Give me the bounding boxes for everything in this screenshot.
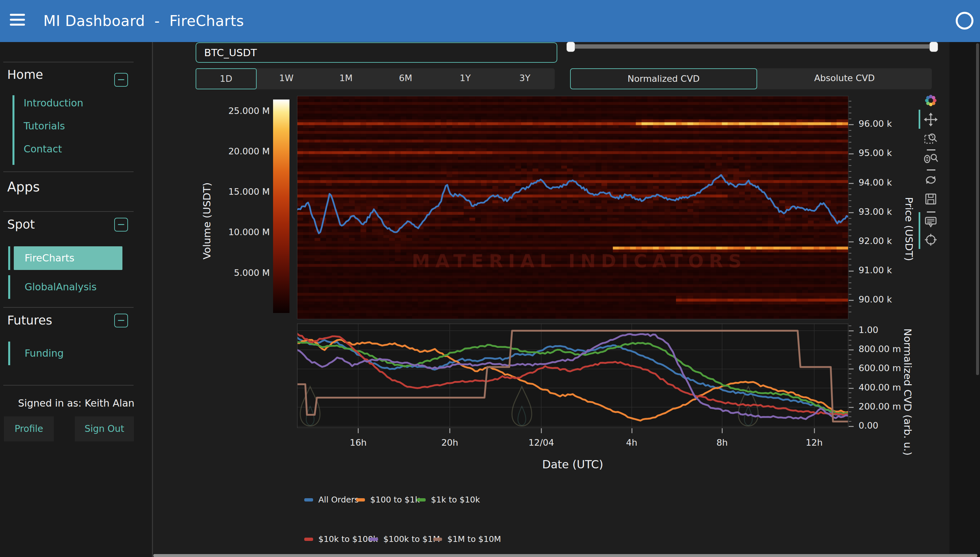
sidebar-item-introduction[interactable]: Introduction bbox=[24, 97, 83, 109]
slider-handle-left[interactable] bbox=[566, 42, 575, 52]
colorbar-tick-label: 15.000 M bbox=[198, 187, 270, 197]
cvd-minor-tick bbox=[849, 397, 851, 398]
cvd-mode-absolute[interactable]: Absolute CVD bbox=[757, 68, 932, 90]
price-minor-tick bbox=[849, 159, 851, 160]
price-minor-tick bbox=[849, 253, 851, 254]
legend-item[interactable]: All Orders bbox=[304, 495, 359, 505]
pan-icon[interactable] bbox=[923, 112, 938, 127]
cvd-tick bbox=[849, 407, 853, 408]
sidebar: Home−AppsSpot−Futures−IntroductionTutori… bbox=[0, 42, 152, 557]
collapse-section-button[interactable]: − bbox=[114, 218, 128, 231]
price-minor-tick bbox=[849, 171, 851, 172]
legend-label: $1k to $10k bbox=[431, 495, 480, 505]
legend-item[interactable]: $100k to $1M bbox=[369, 534, 440, 544]
price-tick-label: 92.00 k bbox=[858, 236, 892, 246]
price-tick bbox=[849, 300, 853, 301]
modebar-group-divider bbox=[927, 169, 935, 171]
price-tick bbox=[849, 241, 853, 243]
cvd-tick-label: 1.00 bbox=[858, 325, 878, 335]
price-minor-tick bbox=[849, 165, 851, 166]
signed-in-text: Signed in as: Keith Alan bbox=[18, 397, 135, 409]
price-tick-label: 90.00 k bbox=[858, 294, 892, 305]
time-range-1m[interactable]: 1M bbox=[316, 68, 376, 90]
cvd-minor-tick bbox=[849, 326, 851, 326]
price-tick bbox=[849, 270, 853, 272]
date-tick-label: 12/04 bbox=[528, 438, 554, 448]
cvd-tick-label: 800.00 m bbox=[858, 344, 901, 354]
date-tick-label: 12h bbox=[806, 438, 823, 448]
horizontal-scrollbar[interactable] bbox=[153, 554, 977, 557]
legend-item[interactable]: $1M to $10M bbox=[433, 534, 501, 544]
price-minor-tick bbox=[849, 236, 851, 236]
price-minor-tick bbox=[849, 277, 851, 277]
vertical-scrollbar[interactable] bbox=[976, 43, 979, 375]
price-minor-tick bbox=[849, 136, 851, 137]
legend-item[interactable]: $1k to $10k bbox=[417, 495, 480, 505]
cvd-minor-tick bbox=[849, 373, 851, 374]
legend-swatch bbox=[433, 537, 442, 541]
sidebar-section-divider bbox=[3, 211, 133, 212]
price-tick bbox=[849, 212, 853, 213]
box-zoom-icon[interactable] bbox=[923, 131, 938, 146]
date-tick-label: 4h bbox=[626, 438, 638, 448]
sign-out-button[interactable]: Sign Out bbox=[75, 417, 134, 441]
cvd-minor-tick bbox=[849, 345, 851, 345]
volume-colorbar bbox=[273, 99, 289, 313]
cvd-minor-tick bbox=[849, 412, 851, 412]
time-range-1y[interactable]: 1Y bbox=[435, 68, 495, 90]
symbol-input[interactable] bbox=[196, 42, 557, 63]
price-minor-tick bbox=[849, 312, 851, 312]
price-tick bbox=[849, 183, 853, 184]
price-minor-tick bbox=[849, 282, 851, 283]
sidebar-item-funding[interactable]: Funding bbox=[14, 342, 122, 365]
legend-item[interactable]: $10k to $100k bbox=[304, 534, 378, 544]
sidebar-item-firecharts[interactable]: FireCharts bbox=[14, 246, 122, 270]
app-root: MI Dashboard - FireCharts Home−AppsSpot−… bbox=[0, 0, 980, 557]
cvd-minor-tick bbox=[849, 340, 851, 340]
cvd-tick-label: 200.00 m bbox=[858, 401, 901, 412]
price-minor-tick bbox=[849, 294, 851, 295]
sidebar-item-contact[interactable]: Contact bbox=[24, 143, 62, 155]
cvd-minor-tick bbox=[849, 402, 851, 403]
zoom-in-out-icon[interactable] bbox=[923, 152, 938, 166]
cvd-mode-normalized[interactable]: Normalized CVD bbox=[570, 68, 757, 90]
sidebar-item-indicator bbox=[8, 275, 10, 299]
sidebar-section-divider bbox=[3, 307, 133, 308]
price-tick-label: 96.00 k bbox=[858, 119, 892, 129]
time-range-6m[interactable]: 6M bbox=[376, 68, 435, 90]
autoscale-icon[interactable] bbox=[923, 173, 938, 187]
heatmap-canvas[interactable] bbox=[297, 96, 849, 319]
time-range-1d[interactable]: 1D bbox=[196, 68, 256, 90]
date-tick bbox=[631, 428, 633, 433]
plotly-logo-icon[interactable] bbox=[923, 93, 938, 108]
cvd-tick-label: 600.00 m bbox=[858, 363, 901, 373]
price-minor-tick bbox=[849, 259, 851, 259]
sidebar-section-divider bbox=[3, 171, 133, 172]
sidebar-item-tutorials[interactable]: Tutorials bbox=[24, 120, 65, 132]
cvd-minor-tick bbox=[849, 421, 851, 422]
sidebar-section-divider bbox=[3, 385, 133, 386]
cvd-chart-svg[interactable] bbox=[297, 324, 849, 428]
cvd-mode-toggle: Normalized CVDAbsolute CVD bbox=[570, 68, 932, 90]
collapse-section-button[interactable]: − bbox=[114, 73, 128, 87]
hamburger-menu-icon[interactable] bbox=[10, 14, 25, 28]
sidebar-section-title-apps: Apps bbox=[7, 179, 40, 194]
price-minor-tick bbox=[849, 130, 851, 131]
profile-button[interactable]: Profile bbox=[4, 417, 54, 441]
sidebar-item-globalanalysis[interactable]: GlobalAnalysis bbox=[14, 275, 122, 299]
time-range-1w[interactable]: 1W bbox=[256, 68, 316, 90]
save-icon[interactable] bbox=[923, 192, 938, 206]
colorbar-tick-label: 25.000 M bbox=[198, 106, 270, 116]
crosshair-icon[interactable] bbox=[923, 233, 938, 247]
sidebar-item-indicator bbox=[8, 342, 10, 365]
legend-item[interactable]: $100 to $1k bbox=[356, 495, 420, 505]
collapse-section-button[interactable]: − bbox=[114, 314, 128, 327]
price-tick-label: 91.00 k bbox=[858, 265, 892, 275]
slider-handle-right[interactable] bbox=[930, 42, 938, 52]
circle-outline-icon[interactable] bbox=[956, 12, 974, 29]
time-range-3y[interactable]: 3Y bbox=[495, 68, 555, 90]
price-minor-tick bbox=[849, 177, 851, 178]
date-axis-title: Date (UTC) bbox=[297, 458, 849, 471]
date-range-slider-track[interactable] bbox=[570, 44, 934, 49]
hover-tooltip-icon[interactable] bbox=[923, 215, 938, 229]
